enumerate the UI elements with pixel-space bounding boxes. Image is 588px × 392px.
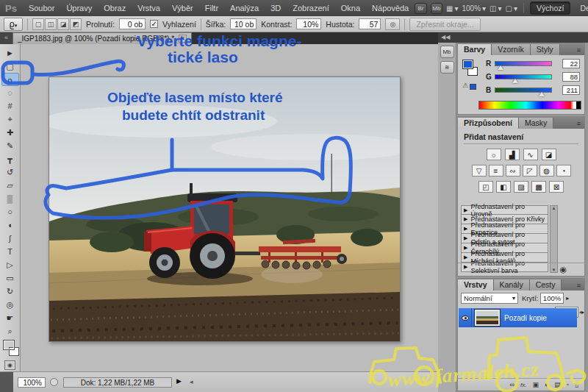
tab-close-icon[interactable]: ×: [179, 35, 187, 43]
hand-tool[interactable]: ☛: [1, 311, 19, 324]
tab-barvy[interactable]: Barvy: [458, 44, 492, 55]
blur-tool[interactable]: ○: [1, 205, 19, 218]
frequency-input[interactable]: 57: [359, 18, 381, 29]
type-tool[interactable]: T: [1, 245, 19, 258]
tab-masky[interactable]: Masky: [519, 118, 553, 129]
red-slider[interactable]: R 22: [486, 59, 580, 69]
toggle-visibility-icon[interactable]: ◉: [559, 265, 567, 274]
menu-analyza[interactable]: Analýza: [224, 4, 265, 13]
exposure-icon[interactable]: ◪: [542, 149, 556, 160]
photo-canvas[interactable]: [49, 76, 401, 342]
link-layers-icon[interactable]: ∞: [510, 381, 514, 388]
photo-filter-icon[interactable]: ◍: [539, 165, 554, 177]
posterize-icon[interactable]: ◧: [496, 181, 511, 193]
levels-icon[interactable]: ▟: [505, 149, 520, 160]
path-selection-tool[interactable]: ▷: [1, 258, 19, 271]
pen-pressure-icon[interactable]: ◎: [385, 18, 400, 30]
panel-foreground-swatch[interactable]: [462, 60, 473, 69]
zoom-tool[interactable]: ⌕: [1, 324, 19, 338]
zoom-level-dropdown[interactable]: 100%▾: [462, 4, 487, 13]
return-to-list-icon[interactable]: ←: [476, 266, 484, 274]
layer-row-pozadi-kopie[interactable]: Pozadí kopie: [459, 308, 577, 327]
pen-tool[interactable]: ∫: [1, 232, 19, 245]
scroll-up-icon[interactable]: ▲: [551, 206, 557, 210]
current-tool-icon[interactable]: ϱ▾: [4, 18, 23, 31]
adjustment-layer-icon[interactable]: ◐: [545, 381, 548, 388]
tab-vrstvy[interactable]: Vrstvy: [458, 279, 494, 291]
panel-menu-icon[interactable]: ≡: [573, 282, 584, 291]
opacity-flyout-icon[interactable]: ▸: [566, 295, 569, 302]
blue-value[interactable]: 211: [562, 85, 580, 95]
status-flyout-icon[interactable]: ▶: [176, 377, 182, 385]
selection-mode-subtract[interactable]: ◪: [57, 18, 69, 30]
arrange-documents-dropdown[interactable]: ◫▾: [490, 4, 501, 13]
healing-brush-tool[interactable]: ✚: [1, 126, 19, 139]
mini-bridge-button[interactable]: Mb: [431, 3, 442, 14]
orbit-3d-tool[interactable]: ◎: [1, 298, 19, 311]
tab-scroll-icon[interactable]: «: [0, 32, 12, 44]
tab-kanaly[interactable]: Kanály: [494, 279, 530, 291]
lasso-tool[interactable]: ϱ: [1, 73, 19, 86]
gradient-map-icon[interactable]: ▩: [531, 181, 546, 193]
width-input[interactable]: 10 ob: [230, 18, 257, 29]
color-spectrum-ramp[interactable]: [478, 101, 581, 110]
dodge-tool[interactable]: ◖: [1, 218, 19, 232]
black-white-icon[interactable]: ◸: [523, 165, 537, 177]
panel-menu-icon[interactable]: ≡: [573, 46, 584, 55]
gradient-tool[interactable]: ▒: [1, 192, 19, 205]
menu-filtr[interactable]: Filtr: [199, 4, 224, 13]
rotate-3d-tool[interactable]: ↻: [1, 285, 19, 298]
quick-mask-button[interactable]: ◉: [4, 360, 15, 370]
delete-layer-icon[interactable]: ▯: [575, 381, 578, 388]
brushes-panel-icon[interactable]: ≋: [440, 61, 454, 74]
screen-mode-dropdown[interactable]: ▢▾: [506, 4, 517, 13]
clone-stamp-tool[interactable]: ┳: [1, 152, 19, 165]
blend-mode-select[interactable]: Normální▾: [461, 293, 518, 304]
eraser-tool[interactable]: ▱: [1, 179, 19, 192]
workspace-vychozi[interactable]: Výchozí: [530, 1, 570, 15]
antialias-checkbox[interactable]: ✓: [150, 20, 158, 28]
dock-collapse-bar[interactable]: ◀◀: [438, 32, 588, 43]
gamut-warning-icon[interactable]: ⚠: [462, 82, 468, 89]
blue-slider[interactable]: B 211: [486, 85, 580, 96]
layer-style-icon[interactable]: fx.: [520, 382, 526, 388]
brush-tool[interactable]: ✎: [1, 139, 19, 152]
vibrance-icon[interactable]: ▽: [472, 165, 487, 177]
move-tool[interactable]: ►: [1, 46, 19, 60]
menu-vrstva[interactable]: Vrstva: [132, 4, 166, 13]
menu-upravy[interactable]: Úpravy: [60, 4, 98, 13]
menu-vyber[interactable]: Výběr: [166, 4, 199, 13]
status-zoom-input[interactable]: 100%: [18, 377, 46, 388]
selection-mode-intersect[interactable]: ◩: [70, 18, 82, 30]
layer-thumbnail[interactable]: [475, 310, 500, 326]
shape-tool[interactable]: ▭: [1, 271, 19, 285]
new-layer-icon[interactable]: ▫: [567, 381, 569, 388]
layer-visibility-toggle[interactable]: [459, 308, 472, 327]
opacity-input[interactable]: 100%: [540, 293, 564, 304]
menu-3d[interactable]: 3D: [265, 4, 287, 13]
brightness-contrast-icon[interactable]: ☼: [487, 149, 501, 160]
red-value[interactable]: 22: [562, 59, 580, 68]
eyedropper-tool[interactable]: ⌖: [1, 113, 19, 126]
menu-soubor[interactable]: Soubor: [23, 4, 60, 13]
view-extras-dropdown[interactable]: ▦▾: [446, 4, 458, 13]
menu-zobrazeni[interactable]: Zobrazení: [287, 4, 335, 13]
preset-levels[interactable]: ▶Přednastavení pro Úrovně: [461, 205, 548, 215]
bridge-button[interactable]: Br: [415, 3, 426, 14]
document-tab[interactable]: _IGP1883.jpg @ 100% (Pozadí kopie,RGB/8*…: [12, 32, 192, 44]
tab-vzornik[interactable]: Vzorník: [492, 44, 531, 55]
panel-menu-icon[interactable]: ≡: [573, 120, 584, 129]
status-scroll-icon[interactable]: ◂: [190, 378, 193, 385]
tab-cesty[interactable]: Cesty: [530, 279, 562, 291]
refine-edge-button[interactable]: Zpřesnit okraje...: [409, 18, 480, 31]
invert-icon[interactable]: ◰: [478, 181, 493, 193]
mini-bridge-panel-icon[interactable]: Mb: [440, 46, 454, 58]
selection-mode-new[interactable]: ▢: [32, 18, 44, 30]
channel-mixer-icon[interactable]: ◔: [556, 165, 571, 177]
marquee-tool[interactable]: ▢: [1, 60, 19, 73]
layer-group-icon[interactable]: ▤: [554, 381, 561, 388]
layer-mask-icon[interactable]: ▣: [532, 381, 539, 388]
foreground-color-swatch[interactable]: [3, 340, 15, 350]
menu-napoveda[interactable]: Nápověda: [366, 4, 415, 13]
selective-color-icon[interactable]: ⊠: [549, 181, 564, 193]
